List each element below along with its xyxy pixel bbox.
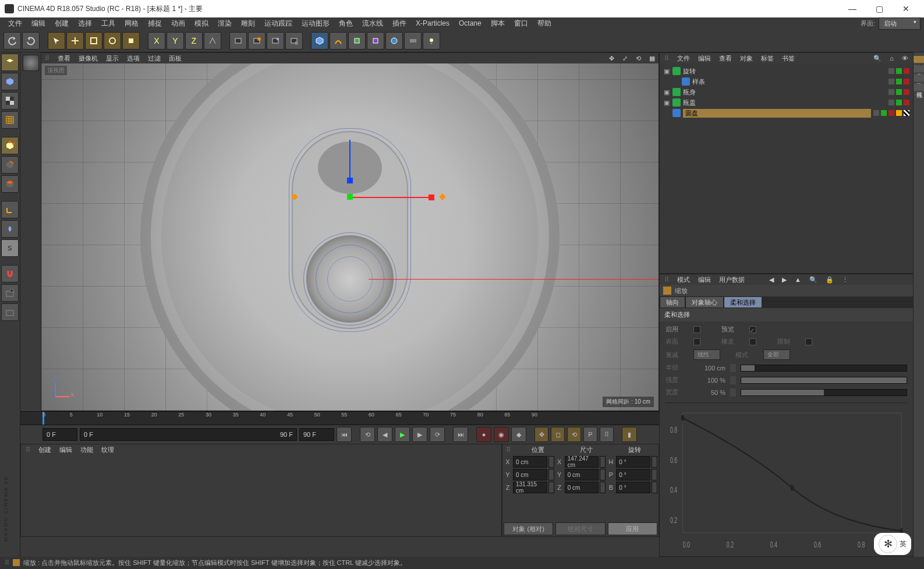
lock-workplane-button[interactable] — [1, 284, 19, 302]
coord-system-button[interactable] — [204, 32, 221, 50]
vp-menu-查看[interactable]: 查看 — [58, 55, 70, 62]
pos-Y[interactable]: 0 cm — [513, 469, 547, 480]
record-button[interactable]: ● — [476, 427, 491, 442]
planar-workplane-button[interactable] — [1, 303, 19, 321]
mat-menu-编辑[interactable]: 编辑 — [59, 446, 72, 453]
menu-运动跟踪[interactable]: 运动跟踪 — [260, 18, 297, 29]
render-settings-button[interactable] — [285, 32, 303, 50]
next-key-button[interactable]: ⟳ — [430, 427, 445, 442]
minimize-button[interactable]: — — [839, 0, 866, 17]
goto-start-button[interactable]: ⏮ — [337, 427, 352, 442]
range-end-field[interactable]: 90 F — [299, 428, 334, 441]
limit-checkbox[interactable] — [805, 338, 812, 345]
prev-frame-button[interactable]: ◀ — [377, 427, 392, 442]
enable-checkbox[interactable] — [693, 326, 700, 333]
render-pv-button[interactable] — [267, 32, 284, 50]
point-mode-button[interactable] — [1, 137, 19, 154]
menu-脚本[interactable]: 脚本 — [486, 18, 509, 29]
vp-menu-摄像机[interactable]: 摄像机 — [79, 55, 98, 62]
key-pla-button[interactable]: ⠿ — [600, 427, 614, 442]
animate-mode-button[interactable]: ▮ — [622, 427, 637, 442]
menu-选择[interactable]: 选择 — [73, 18, 97, 29]
coord-apply-button[interactable]: 应用 — [608, 522, 657, 535]
attr-tab-1[interactable]: 对象轴心 — [685, 296, 724, 308]
om-item-瓶盖[interactable]: ▣瓶盖 — [663, 97, 909, 108]
keyframe-sel-button[interactable]: ◆ — [511, 427, 526, 442]
deformer-button[interactable] — [367, 32, 384, 50]
om-home-icon[interactable]: ⌂ — [890, 55, 894, 62]
make-editable-button[interactable] — [1, 54, 19, 71]
side-tab-4[interactable]: 属性 — [914, 84, 924, 91]
strength-slider[interactable] — [741, 377, 907, 384]
om-menu-编辑[interactable]: 编辑 — [698, 55, 711, 62]
menu-X-Particles[interactable]: X-Particles — [411, 18, 454, 29]
rot-P[interactable]: 0 ° — [616, 469, 650, 480]
surface-checkbox[interactable] — [693, 338, 700, 345]
move-tool[interactable] — [66, 32, 84, 50]
coord-size-mode-dropdown[interactable]: 绝对尺寸 — [555, 522, 605, 535]
om-item-旋转[interactable]: ▣旋转 — [663, 66, 909, 76]
menu-捕捉[interactable]: 捕捉 — [143, 18, 167, 29]
falloff-dropdown[interactable]: 线性 — [693, 349, 720, 360]
size-X[interactable]: 147.247 cm — [565, 456, 599, 468]
rotate-tool[interactable] — [104, 32, 121, 50]
mat-menu-创建[interactable]: 创建 — [38, 446, 51, 453]
object-tree[interactable]: ▣旋转样条▣瓶身▣瓶盖圆盘 — [660, 63, 913, 273]
om-eye-icon[interactable]: 👁 — [902, 55, 908, 62]
attr-fwd-icon[interactable]: ▶ — [782, 276, 787, 284]
material-thumb[interactable] — [23, 55, 39, 71]
vp-layout-icon[interactable]: ▦ — [649, 55, 655, 62]
next-frame-button[interactable]: ▶ — [412, 427, 427, 442]
vp-orbit-icon[interactable]: ⟲ — [636, 55, 641, 62]
workplane-button[interactable] — [1, 111, 19, 129]
gizmo-x-axis[interactable] — [350, 197, 431, 198]
om-menu-查看[interactable]: 查看 — [719, 55, 732, 62]
generator-button[interactable] — [348, 32, 366, 50]
radius-slider[interactable] — [741, 365, 907, 372]
axis-mode-button[interactable] — [1, 201, 19, 218]
mat-menu-功能[interactable]: 功能 — [80, 446, 93, 453]
vp-zoom-icon[interactable]: ⤢ — [622, 55, 628, 62]
menu-动画[interactable]: 动画 — [167, 18, 190, 29]
strength-spinner[interactable] — [730, 376, 736, 384]
coord-mode-dropdown[interactable]: 对象 (相对) — [504, 522, 553, 535]
range-slider[interactable]: 0 F90 F — [80, 428, 297, 441]
key-rot-button[interactable]: ⟲ — [567, 427, 581, 442]
goto-end-button[interactable]: ⏭ — [453, 427, 468, 442]
play-button[interactable]: ▶ — [395, 427, 410, 442]
om-search-icon[interactable]: 🔍 — [873, 55, 881, 62]
radius-spinner[interactable] — [730, 364, 736, 372]
polygon-mode-button[interactable] — [1, 175, 19, 193]
gizmo-center[interactable] — [347, 194, 353, 200]
axis-y-toggle[interactable]: Y — [167, 32, 184, 50]
close-button[interactable]: ✕ — [893, 0, 919, 17]
mode-dropdown[interactable]: 全部 — [763, 349, 790, 360]
menu-创建[interactable]: 创建 — [50, 18, 73, 29]
menu-Octane[interactable]: Octane — [454, 18, 486, 29]
tweak-mode-button[interactable] — [1, 220, 19, 238]
undo-button[interactable] — [3, 32, 21, 50]
last-tool[interactable] — [122, 32, 140, 50]
attr-search-icon[interactable]: 🔍 — [809, 276, 817, 284]
side-tab-2[interactable]: 内容 — [914, 65, 924, 72]
scale-tool[interactable] — [85, 32, 102, 50]
falloff-curve[interactable]: 0.00.20.40.60.81.0 0.80.60.40.2 — [665, 402, 907, 553]
rot-H[interactable]: 0 ° — [616, 456, 650, 468]
menu-窗口[interactable]: 窗口 — [509, 18, 533, 29]
snap-button[interactable]: S — [1, 239, 19, 257]
menu-渲染[interactable]: 渲染 — [213, 18, 236, 29]
axis-z-toggle[interactable]: Z — [185, 32, 203, 50]
viewport-canvas[interactable]: 顶视图 Z X — [41, 63, 659, 411]
attr-menu-icon[interactable]: ⋮ — [842, 276, 848, 284]
environment-button[interactable] — [385, 32, 403, 50]
vp-nav-icon[interactable]: ✥ — [609, 55, 614, 62]
mat-menu-纹理[interactable]: 纹理 — [101, 446, 114, 453]
preview-checkbox[interactable] — [749, 326, 756, 333]
attr-menu-用户数据[interactable]: 用户数据 — [719, 276, 745, 283]
pos-X[interactable]: 0 cm — [513, 456, 547, 468]
width-spinner[interactable] — [730, 388, 736, 397]
range-start-field[interactable]: 0 F — [43, 428, 77, 441]
rubber-checkbox[interactable] — [749, 338, 756, 345]
om-item-圆盘[interactable]: 圆盘 — [663, 108, 909, 118]
key-pos-button[interactable]: ✥ — [534, 427, 548, 442]
